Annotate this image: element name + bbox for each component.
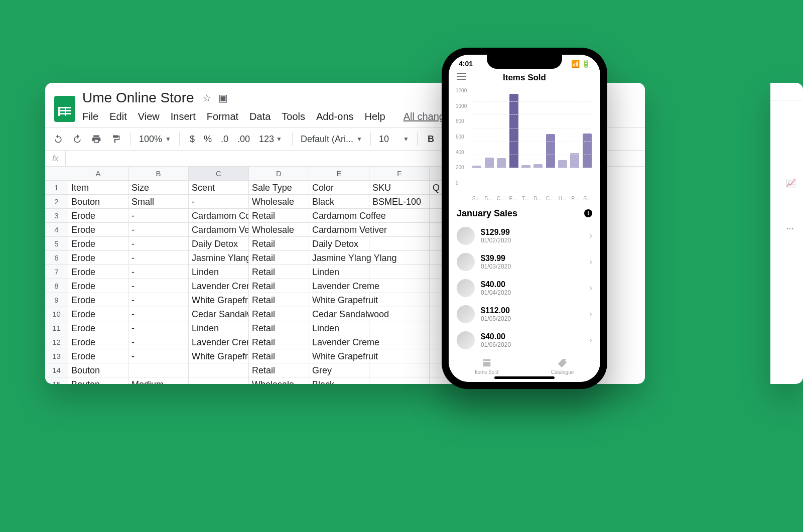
cell-D1[interactable]: Sale Type <box>249 181 309 195</box>
menu-edit[interactable]: Edit <box>109 111 126 122</box>
redo-button[interactable] <box>70 133 84 145</box>
cell-B12[interactable]: - <box>128 335 189 349</box>
format-percent-button[interactable]: % <box>202 133 214 146</box>
sale-row-0[interactable]: $129.99 01/02/2020 › <box>449 223 600 249</box>
cell-A10[interactable]: Erode <box>68 307 128 321</box>
cell-F11[interactable] <box>369 321 430 335</box>
decrease-decimal-button[interactable]: .0 <box>219 133 230 146</box>
cell-D9[interactable]: Retail <box>249 293 309 307</box>
menu-insert[interactable]: Insert <box>171 111 196 122</box>
cell-E8[interactable]: Lavender Creme <box>309 279 369 293</box>
cell-B15[interactable]: Medium <box>128 377 189 384</box>
undo-button[interactable] <box>51 133 65 145</box>
column-header-B[interactable]: B <box>128 167 189 181</box>
column-header-F[interactable]: F <box>369 167 430 181</box>
cell-A13[interactable]: Erode <box>68 349 128 363</box>
more-vert-icon[interactable]: ⋯ <box>786 224 796 233</box>
cell-D7[interactable]: Retail <box>249 265 309 279</box>
row-header-9[interactable]: 9 <box>45 293 68 307</box>
column-header-A[interactable]: A <box>68 167 128 181</box>
cell-F6[interactable] <box>369 251 430 265</box>
row-header-6[interactable]: 6 <box>45 251 68 265</box>
row-header-12[interactable]: 12 <box>45 335 68 349</box>
cell-E3[interactable]: Cardamom Coffee <box>309 209 369 223</box>
menu-data[interactable]: Data <box>249 111 271 122</box>
move-to-folder-icon[interactable]: ▣ <box>218 92 228 104</box>
cell-E4[interactable]: Cardamom Vetiver <box>309 223 369 237</box>
cell-C8[interactable]: Lavender Creme <box>189 279 249 293</box>
cell-B9[interactable]: - <box>128 293 189 307</box>
cell-C12[interactable]: Lavender Creme <box>189 335 249 349</box>
row-header-13[interactable]: 13 <box>45 349 68 363</box>
more-formats-button[interactable]: 123 ▼ <box>257 133 284 146</box>
cell-A6[interactable]: Erode <box>68 251 128 265</box>
cell-A7[interactable]: Erode <box>68 265 128 279</box>
info-icon[interactable]: i <box>584 209 592 217</box>
row-header-15[interactable]: 15 <box>45 377 68 384</box>
cell-C4[interactable]: Cardamom Vetiv <box>189 223 249 237</box>
cell-B14[interactable] <box>128 363 189 377</box>
cell-C15[interactable] <box>189 377 249 384</box>
zoom-select[interactable]: 100%▼ <box>139 134 171 145</box>
cell-C1[interactable]: Scent <box>189 181 249 195</box>
cell-B10[interactable]: - <box>128 307 189 321</box>
menu-tools[interactable]: Tools <box>282 111 305 122</box>
cell-B2[interactable]: Small <box>128 195 189 209</box>
sale-row-3[interactable]: $112.00 01/05/2020 › <box>449 301 600 327</box>
cell-F14[interactable] <box>369 363 430 377</box>
cell-F7[interactable] <box>369 265 430 279</box>
bold-button[interactable]: B <box>426 133 436 146</box>
cell-F1[interactable]: SKU <box>369 181 430 195</box>
cell-A4[interactable]: Erode <box>68 223 128 237</box>
print-button[interactable] <box>89 133 103 145</box>
row-header-1[interactable]: 1 <box>45 181 68 195</box>
column-header-E[interactable]: E <box>309 167 369 181</box>
cell-C6[interactable]: Jasmine Ylang Y <box>189 251 249 265</box>
cell-E13[interactable]: White Grapefruit <box>309 349 369 363</box>
cell-F15[interactable] <box>369 377 430 384</box>
cell-C10[interactable]: Cedar Sandalwo <box>189 307 249 321</box>
row-header-3[interactable]: 3 <box>45 209 68 223</box>
menu-help[interactable]: Help <box>365 111 385 122</box>
row-header-10[interactable]: 10 <box>45 307 68 321</box>
cell-E2[interactable]: Black <box>309 195 369 209</box>
column-header-C[interactable]: C <box>189 167 249 181</box>
cell-B4[interactable]: - <box>128 223 189 237</box>
star-icon[interactable]: ☆ <box>202 92 211 104</box>
select-all-corner[interactable] <box>45 167 68 181</box>
cell-C11[interactable]: Linden <box>189 321 249 335</box>
row-header-7[interactable]: 7 <box>45 265 68 279</box>
cell-E15[interactable]: Black <box>309 377 369 384</box>
cell-E5[interactable]: Daily Detox <box>309 237 369 251</box>
row-header-8[interactable]: 8 <box>45 279 68 293</box>
cell-F4[interactable] <box>369 223 430 237</box>
row-header-11[interactable]: 11 <box>45 321 68 335</box>
cell-C3[interactable]: Cardamom Coffe <box>189 209 249 223</box>
cell-F10[interactable] <box>369 307 430 321</box>
cell-D14[interactable]: Retail <box>249 363 309 377</box>
cell-A2[interactable]: Bouton <box>68 195 128 209</box>
cell-F3[interactable] <box>369 209 430 223</box>
cell-D4[interactable]: Wholesale <box>249 223 309 237</box>
cell-D13[interactable]: Retail <box>249 349 309 363</box>
row-header-14[interactable]: 14 <box>45 363 68 377</box>
cell-E11[interactable]: Linden <box>309 321 369 335</box>
cell-F12[interactable] <box>369 335 430 349</box>
cell-A3[interactable]: Erode <box>68 209 128 223</box>
sale-row-4[interactable]: $40.00 01/06/2020 › <box>449 327 600 353</box>
increase-decimal-button[interactable]: .00 <box>235 133 252 146</box>
cell-B1[interactable]: Size <box>128 181 189 195</box>
cell-A1[interactable]: Item <box>68 181 128 195</box>
menu-file[interactable]: File <box>82 111 98 122</box>
cell-D8[interactable]: Retail <box>249 279 309 293</box>
document-title[interactable]: Ume Online Store <box>82 90 194 106</box>
cell-D5[interactable]: Retail <box>249 237 309 251</box>
row-header-5[interactable]: 5 <box>45 237 68 251</box>
cell-D6[interactable]: Retail <box>249 251 309 265</box>
explore-trend-icon[interactable]: 📈 <box>786 178 796 188</box>
cell-B7[interactable]: - <box>128 265 189 279</box>
menu-addons[interactable]: Add-ons <box>316 111 354 122</box>
cell-C5[interactable]: Daily Detox <box>189 237 249 251</box>
cell-A11[interactable]: Erode <box>68 321 128 335</box>
cell-E7[interactable]: Linden <box>309 265 369 279</box>
